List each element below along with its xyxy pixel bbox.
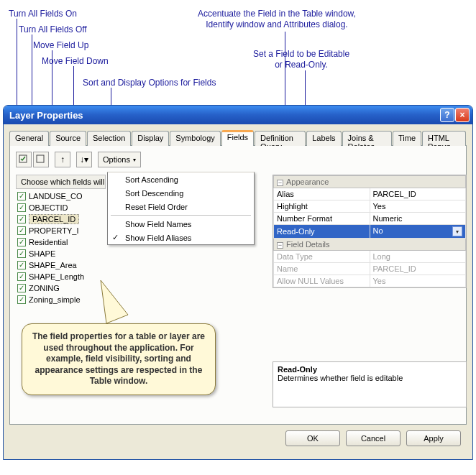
readonly-dropdown[interactable]: No▾ [370,225,466,239]
svg-rect-1 [37,155,44,162]
collapse-icon[interactable]: − [277,180,283,186]
uncheck-all-icon [36,155,46,165]
options-label: Options [103,155,130,164]
prop-value: PARCEL_ID [370,263,466,275]
options-menu-button[interactable]: Options ▾ [98,152,141,167]
checkbox-icon[interactable] [17,295,26,304]
chevron-down-icon: ▾ [84,155,88,165]
choose-fields-label: Choose which fields will [16,175,106,189]
ok-button[interactable]: OK [285,430,340,446]
field-row[interactable]: SHAPE_Area [16,259,260,271]
annotation-accentuate: Accentuate the Field in the Table window… [198,9,356,30]
apply-button[interactable]: Apply [406,430,461,446]
checkbox-icon[interactable] [17,226,26,235]
menu-sort-descending[interactable]: Sort Descending [108,186,254,200]
appearance-header: Appearance [286,177,329,186]
prop-label: Data Type [274,251,370,263]
prop-label: Read-Only [274,225,370,239]
check-icon: ✓ [112,233,119,242]
tab-labels[interactable]: Labels [306,131,341,146]
tabs: General Source Selection Display Symbolo… [9,130,467,146]
menu-reset-order[interactable]: Reset Field Order [108,200,254,213]
field-properties-panel: −Appearance AliasPARCEL_ID HighlightYes … [273,175,467,288]
annotation-all-on: Turn All Fields On [9,9,77,19]
quick-help-box: Read-Only Determines whether field is ed… [273,361,467,407]
prop-value[interactable]: Yes [370,200,466,213]
tab-general[interactable]: General [9,131,49,146]
checkbox-icon[interactable] [17,203,26,212]
tab-selection[interactable]: Selection [87,131,131,146]
prop-label: Name [274,263,370,275]
move-field-down-button[interactable]: ↓▾ [76,152,92,167]
menu-sort-ascending[interactable]: Sort Ascending [108,172,254,186]
tab-source[interactable]: Source [50,131,86,146]
chevron-down-icon: ▾ [133,157,136,163]
tab-fields[interactable]: Fields [221,130,254,146]
all-fields-on-button[interactable] [16,152,32,167]
toolbar-separator [50,152,53,167]
layer-properties-dialog: Layer Properties ? × General Source Sele… [3,105,473,460]
tab-html-popup[interactable]: HTML Popup [422,131,466,146]
move-field-up-button[interactable] [55,152,70,167]
toolbar-separator [93,152,96,167]
prop-label: Highlight [274,200,370,213]
all-fields-off-button[interactable] [33,152,49,167]
toolbar-separator [72,152,75,167]
tab-display[interactable]: Display [132,131,169,146]
menu-separator [111,215,251,216]
titlebar-help-button[interactable]: ? [440,108,454,122]
prop-label: Alias [274,188,370,200]
tab-time[interactable]: Time [393,131,421,146]
prop-value: Long [370,251,466,263]
help-title: Read-Only [278,365,462,374]
dialog-button-row: OK Cancel Apply [9,425,467,453]
cancel-button[interactable]: Cancel [346,430,401,446]
annotation-move-up: Move Field Up [33,40,88,51]
checkbox-icon[interactable] [17,215,26,223]
annotation-all-off: Turn All Fields Off [19,24,87,35]
tab-symbology[interactable]: Symbology [170,131,220,146]
svg-rect-0 [19,155,27,162]
dialog-title: Layer Properties [9,110,83,121]
prop-label: Number Format [274,213,370,225]
checkbox-icon[interactable] [17,192,26,200]
callout-bubble: The field properties for a table or laye… [22,323,216,395]
tab-joins-relates[interactable]: Joins & Relates [342,131,392,146]
options-dropdown-menu: Sort Ascending Sort Descending Reset Fie… [107,172,255,245]
titlebar-close-button[interactable]: × [455,108,470,122]
help-text: Determines whether field is editable [278,374,462,382]
checkbox-icon[interactable] [17,272,26,281]
prop-value: Yes [370,275,466,287]
checkbox-icon[interactable] [17,261,26,269]
annotation-sort-opts: Sort and Display Options for Fields [83,78,216,88]
field-row[interactable]: SHAPE [16,248,260,259]
checkbox-icon[interactable] [17,238,26,246]
fields-toolbar: ↓▾ Options ▾ [16,152,460,167]
prop-value[interactable]: PARCEL_ID [370,188,466,200]
prop-label: Allow NULL Values [274,275,370,287]
prop-value[interactable]: Numeric [370,213,466,225]
check-all-icon [19,155,29,165]
menu-show-field-names[interactable]: Show Field Names [108,217,254,231]
titlebar: Layer Properties ? × [4,106,472,124]
collapse-icon[interactable]: − [277,242,283,249]
menu-show-field-aliases[interactable]: ✓Show Field Aliases [108,231,254,244]
annotation-editable: Set a Field to be Editable or Read-Only. [253,49,349,70]
checkbox-icon[interactable] [17,284,26,292]
tab-definition-query[interactable]: Definition Query [255,131,306,146]
chevron-down-icon[interactable]: ▾ [452,226,462,236]
field-details-header: Field Details [286,240,330,249]
checkbox-icon[interactable] [17,249,26,258]
